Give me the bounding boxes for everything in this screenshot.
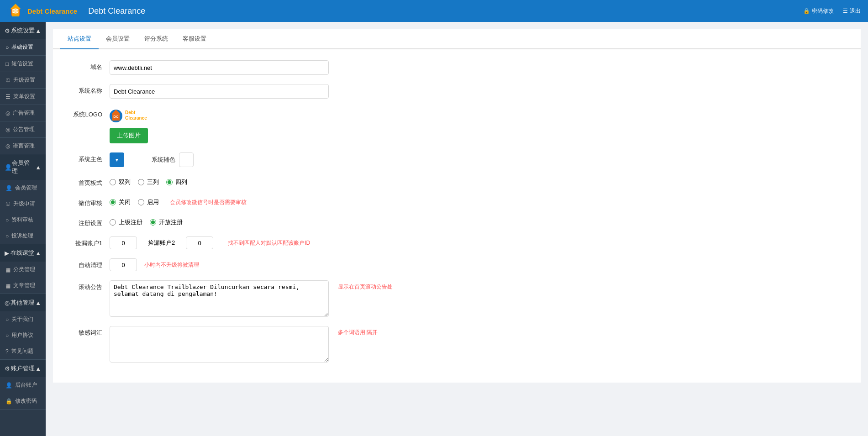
capture2-input[interactable] xyxy=(186,236,213,249)
tab-rating-system-label: 评分系统 xyxy=(144,35,168,42)
arrow-up-icon2: ▲ xyxy=(35,164,41,171)
sidebar-item-change-password[interactable]: 🔒 修改密码 xyxy=(0,393,46,409)
domain-input[interactable] xyxy=(110,60,329,75)
sidebar-item-complaint-handling[interactable]: ○ 投诉处理 xyxy=(0,228,46,244)
auto-clean-input[interactable] xyxy=(110,258,137,271)
tab-member-settings[interactable]: 会员设置 xyxy=(99,29,137,49)
wechat-close-radio[interactable] xyxy=(110,199,116,205)
tab-bar: 站点设置 会员设置 评分系统 客服设置 xyxy=(53,29,861,49)
sidebar-item-language-management[interactable]: ◎ 语言管理 xyxy=(0,138,46,154)
wechat-review-control: 关闭 启用 会员修改微信号时是否需要审核 xyxy=(110,196,850,206)
color-row: 系统主色 系统辅色 xyxy=(64,152,850,167)
system-logo-control: DC Debt Clearance 上传图片 xyxy=(110,108,850,143)
sidebar-item-sms-settings[interactable]: □ 短信设置 xyxy=(0,56,46,72)
sidebar-item-system-settings[interactable]: ⚙ 系统设置 ▲ xyxy=(0,22,46,39)
layout-four-col-radio[interactable] xyxy=(166,179,173,185)
header-actions: 🔒 密码修改 ☰ 退出 xyxy=(803,7,861,15)
sidebar-item-backend-account[interactable]: 👤 后台账户 xyxy=(0,377,46,393)
sidebar-item-basic-settings[interactable]: ○ 基础设置 xyxy=(0,39,46,55)
about-icon: ○ xyxy=(5,316,9,323)
wechat-review-label: 微信审核 xyxy=(64,196,110,207)
secondary-color-label: 系统辅色 xyxy=(152,156,175,164)
sidebar-item-about-us[interactable]: ○ 关于我们 xyxy=(0,311,46,327)
system-name-input[interactable] xyxy=(110,84,329,99)
change-password-action[interactable]: 🔒 密码修改 xyxy=(803,7,834,15)
secondary-color-picker[interactable] xyxy=(179,152,194,167)
upgrade-icon: ① xyxy=(5,77,11,84)
tab-site-settings-label: 站点设置 xyxy=(68,35,91,42)
primary-color-picker[interactable] xyxy=(110,152,124,167)
sensitive-words-row: 敏感词汇 多个词语用|隔开 xyxy=(64,326,850,362)
sidebar-section-menu: ☰ 菜单设置 xyxy=(0,89,46,105)
register-radio-group: 上级注册 开放注册 xyxy=(110,216,850,226)
layout: ⚙ 系统设置 ▲ ○ 基础设置 □ 短信设置 ① 升级设置 xyxy=(0,22,868,436)
scroll-announcement-input[interactable]: Debt Clearance Trailblazer Diluncurkan s… xyxy=(110,280,329,317)
sidebar-item-online-classroom-header[interactable]: ▶ 在线课堂 ▲ xyxy=(0,244,46,262)
account-management-header-label: 账户管理 xyxy=(11,364,35,373)
sidebar-item-faq[interactable]: ? 常见问题 xyxy=(0,343,46,359)
about-us-label: 关于我们 xyxy=(11,315,33,323)
secondary-color-item: 系统辅色 xyxy=(152,152,194,167)
scroll-announcement-hint: 显示在首页滚动公告处 xyxy=(338,280,393,291)
logout-action[interactable]: ☰ 退出 xyxy=(843,7,861,15)
sidebar-item-announcement-management[interactable]: ◎ 公告管理 xyxy=(0,121,46,137)
sidebar-item-data-review[interactable]: ○ 资料审核 xyxy=(0,212,46,228)
main-content: 站点设置 会员设置 评分系统 客服设置 域名 系统名称 xyxy=(46,22,868,436)
sidebar-item-upgrade-settings[interactable]: ① 升级设置 xyxy=(0,72,46,88)
tab-site-settings[interactable]: 站点设置 xyxy=(60,29,99,49)
sidebar-item-member-list[interactable]: 👤 会员管理 xyxy=(0,180,46,196)
sidebar-item-menu-settings[interactable]: ☰ 菜单设置 xyxy=(0,89,46,105)
language-icon: ◎ xyxy=(5,143,10,149)
wechat-close[interactable]: 关闭 xyxy=(110,198,131,206)
scroll-announcement-row: 滚动公告 Debt Clearance Trailblazer Diluncur… xyxy=(64,280,850,317)
sidebar-item-member-management-header[interactable]: 👤 会员管理 ▲ xyxy=(0,154,46,180)
upload-image-button[interactable]: 上传图片 xyxy=(110,128,148,143)
open-register[interactable]: 开放注册 xyxy=(150,218,183,226)
senior-register[interactable]: 上级注册 xyxy=(110,218,142,226)
wechat-open-radio[interactable] xyxy=(138,199,144,205)
register-settings-row: 注册设置 上级注册 开放注册 xyxy=(64,216,850,227)
scroll-announcement-control: Debt Clearance Trailblazer Diluncurkan s… xyxy=(110,280,850,317)
sidebar-item-article-management[interactable]: ▦ 文章管理 xyxy=(0,278,46,294)
tab-rating-system[interactable]: 评分系统 xyxy=(137,29,175,49)
homepage-layout-row: 首页板式 双列 三列 四列 xyxy=(64,176,850,187)
layout-three-col[interactable]: 三列 xyxy=(138,178,159,186)
logo-preview-svg: DC Debt Clearance xyxy=(110,108,164,124)
system-logo-row: 系统LOGO DC Debt Clearance 上传图片 xyxy=(64,108,850,143)
layout-two-col-radio[interactable] xyxy=(110,179,116,185)
sidebar-item-user-agreement[interactable]: ○ 用户协议 xyxy=(0,327,46,343)
sidebar-item-category-management[interactable]: ▦ 分类管理 xyxy=(0,262,46,278)
auto-clean-row: 自动清理 小时内不升级将被清理 xyxy=(64,258,850,271)
tab-customer-service[interactable]: 客服设置 xyxy=(175,29,214,49)
sidebar-item-account-management-header[interactable]: ⚙ 账户管理 ▲ xyxy=(0,360,46,377)
upgrade-apply-label: 升级申请 xyxy=(13,200,35,208)
layout-four-col[interactable]: 四列 xyxy=(166,178,187,186)
change-password-sidebar-label: 修改密码 xyxy=(15,397,37,405)
sidebar-item-ad-management[interactable]: ◎ 广告管理 xyxy=(0,105,46,121)
sidebar-item-upgrade-apply[interactable]: ① 升级申请 xyxy=(0,196,46,212)
other-management-header-label: 其他管理 xyxy=(11,299,34,307)
color-control: 系统辅色 xyxy=(110,152,850,167)
capture1-input[interactable] xyxy=(110,236,137,249)
sensitive-words-input[interactable] xyxy=(110,326,329,362)
senior-register-radio[interactable] xyxy=(110,219,116,226)
svg-text:DC: DC xyxy=(113,115,119,119)
layout-three-col-radio[interactable] xyxy=(138,179,144,185)
arrow-up-icon: ▲ xyxy=(35,27,41,34)
announcement-icon: ◎ xyxy=(5,126,10,133)
member-icon: 👤 xyxy=(5,164,12,171)
sidebar-item-other-management-header[interactable]: ◎ 其他管理 ▲ xyxy=(0,294,46,311)
wechat-open[interactable]: 启用 xyxy=(138,198,159,206)
primary-color-label: 系统主色 xyxy=(64,152,110,163)
sensitive-words-hint: 多个词语用|隔开 xyxy=(338,326,378,336)
sidebar-section-sms: □ 短信设置 xyxy=(0,56,46,72)
arrow-up-icon3: ▲ xyxy=(35,250,41,257)
layout-two-col-label: 双列 xyxy=(119,178,131,186)
sidebar-section-other: ◎ 其他管理 ▲ ○ 关于我们 ○ 用户协议 ? 常见问题 xyxy=(0,294,46,360)
article-management-label: 文章管理 xyxy=(13,282,35,289)
layout-two-col[interactable]: 双列 xyxy=(110,178,131,186)
homepage-layout-label: 首页板式 xyxy=(64,176,110,187)
backend-account-icon: 👤 xyxy=(5,382,12,389)
open-register-radio[interactable] xyxy=(150,219,156,226)
basic-settings-label: 基础设置 xyxy=(11,43,33,51)
